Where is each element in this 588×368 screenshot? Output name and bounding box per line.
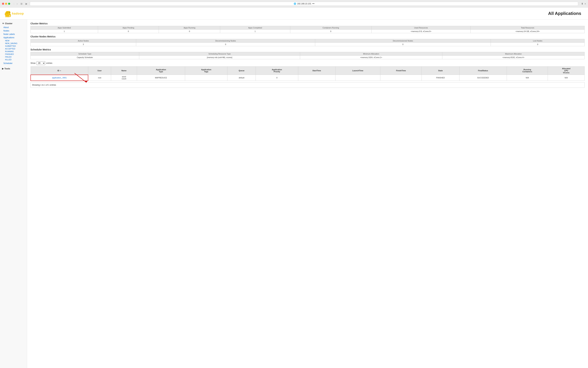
col-maximum-allocation: Maximum Allocation [442, 52, 584, 56]
val-minimum-allocation: <memory:1024, vCores:1> [300, 56, 442, 59]
sidebar-item-node-labels[interactable]: Node Labels [0, 33, 27, 36]
cluster-nodes-metrics-section: Cluster Nodes Metrics Active Nodes Decom… [30, 35, 585, 46]
app-container: hadoop All Applications ▼ Cluster About … [0, 8, 588, 368]
col-apps-completed: Apps Completed [220, 26, 290, 30]
val-active-nodes: 3 [31, 43, 136, 46]
show-entries-control: Show 10 20 25 50 100 entries [30, 61, 585, 65]
val-used-resources: <memory:0 B, vCores:0> [371, 30, 470, 33]
svg-text:hadoop: hadoop [12, 12, 24, 15]
col-apps-running: Apps Running [159, 26, 220, 30]
hadoop-logo: hadoop [3, 9, 25, 18]
cluster-metrics-section: Cluster Metrics Apps Submitted Apps Pend… [30, 22, 585, 33]
col-decommissioning-nodes: Decommissioning Nodes [136, 39, 315, 43]
applications-table: ID ▼ User Name ApplicationType Applicati… [30, 66, 585, 81]
val-apps-completed: 1 [220, 30, 290, 33]
close-button[interactable] [2, 3, 4, 5]
cell-queue: default [227, 75, 256, 81]
val-total-resources: <memory:24 GB, vCores:24> [471, 30, 585, 33]
col-finish-time: FinishTime [380, 66, 422, 75]
cell-finish-time [380, 75, 422, 81]
col-scheduling-resource-type: Scheduling Resource Type [139, 52, 300, 56]
content-area: ▼ Cluster About Nodes Node Labels Applic… [0, 19, 588, 368]
col-start-time: StartTime [298, 66, 335, 75]
main-content: Cluster Metrics Apps Submitted Apps Pend… [27, 19, 588, 368]
cluster-arrow-icon: ▼ [2, 22, 4, 25]
sidebar-item-scheduler[interactable]: Scheduler [0, 62, 27, 65]
application-id-link[interactable]: application_.0001 [52, 77, 67, 79]
col-apps-pending: Apps Pending [98, 26, 159, 30]
table-container: ID ▼ User Name ApplicationType Applicati… [30, 66, 585, 81]
applications-section: Show 10 20 25 50 100 entries [30, 61, 585, 88]
sidebar-item-new-saving[interactable]: NEW_SAVING [0, 42, 27, 45]
col-running-containers: RunningContainers [507, 66, 548, 75]
scheduler-metrics-title: Scheduler Metrics [30, 48, 585, 51]
browser-nav: ‹ › [13, 2, 18, 5]
svg-point-4 [9, 12, 9, 12]
tools-arrow-icon: ▶ [2, 67, 4, 70]
scheduler-metrics-section: Scheduler Metrics Scheduler Type Schedul… [30, 48, 585, 59]
val-decommissioned-nodes: 0 [315, 43, 491, 46]
col-queue: Queue [227, 66, 256, 75]
sidebar-item-accepted[interactable]: ACCEPTED [0, 47, 27, 50]
page-title: All Applications [30, 11, 585, 16]
minimize-button[interactable] [5, 3, 7, 5]
col-decommissioned-nodes: Decommissioned Nodes [315, 39, 491, 43]
cluster-metrics-table: Apps Submitted Apps Pending Apps Running… [30, 26, 585, 33]
share-button[interactable]: ⬆ [581, 2, 583, 5]
entries-select[interactable]: 10 20 25 50 100 [37, 61, 45, 65]
val-apps-submitted: 1 [31, 30, 98, 33]
svg-point-5 [6, 11, 8, 14]
forward-button[interactable]: › [16, 2, 18, 5]
sidebar-item-applications[interactable]: Applications [0, 36, 27, 39]
maximize-button[interactable] [8, 3, 10, 5]
scheduler-metrics-table: Scheduler Type Scheduling Resource Type … [30, 52, 585, 59]
svg-rect-7 [7, 16, 8, 17]
col-user: User [88, 66, 111, 75]
cell-user: root [88, 75, 111, 81]
traffic-lights [2, 3, 10, 5]
sidebar-cluster-section: ▼ Cluster About Nodes Node Labels Applic… [0, 21, 27, 65]
sidebar-item-killed[interactable]: KILLED [0, 58, 27, 61]
col-used-resources: Used Resources [371, 26, 470, 30]
sidebar-item-finished[interactable]: FINISHED [0, 53, 27, 55]
col-application-type: ApplicationType [137, 66, 185, 75]
cluster-metrics-title: Cluster Metrics [30, 22, 585, 25]
val-apps-running: 0 [159, 30, 220, 33]
col-final-status: FinalStatus [459, 66, 507, 75]
sidebar-item-nodes[interactable]: Nodes [0, 29, 27, 33]
svg-rect-6 [5, 16, 6, 17]
sidebar-item-about[interactable]: About [0, 26, 27, 29]
sidebar: ▼ Cluster About Nodes Node Labels Applic… [0, 19, 27, 368]
address-bar[interactable]: 🌐 192.168.10.101 ••• [30, 2, 578, 6]
logo-area: hadoop [3, 9, 30, 18]
col-allocated-cpu: AllocatedCPUVCores [548, 66, 585, 75]
cluster-section-header[interactable]: ▼ Cluster [0, 21, 27, 26]
svg-point-3 [9, 12, 10, 12]
tools-section-header[interactable]: ▶ Tools [0, 66, 27, 71]
sidebar-item-submitted[interactable]: SUBMITTED [0, 45, 27, 47]
svg-rect-8 [8, 16, 9, 17]
col-id[interactable]: ID ▼ [31, 66, 88, 75]
back-button[interactable]: ‹ [13, 2, 15, 5]
col-minimum-allocation: Minimum Allocation [300, 52, 442, 56]
cell-type: MAPREDUCE [137, 75, 185, 81]
sidebar-toggle-button[interactable]: ⊞ [20, 2, 23, 5]
cell-start-time [298, 75, 335, 81]
app-id-suffix: .0001 [62, 77, 67, 79]
val-lost-nodes: 0 [491, 43, 585, 46]
col-active-nodes: Active Nodes [31, 39, 136, 43]
sidebar-item-new[interactable]: NEW [0, 39, 27, 42]
cell-priority: 0 [256, 75, 298, 81]
tools-label: Tools [4, 67, 10, 70]
new-tab-button[interactable]: + [585, 2, 586, 5]
col-scheduler-type: Scheduler Type [31, 52, 139, 56]
top-header: hadoop All Applications [0, 8, 588, 19]
entries-suffix: entries [46, 62, 52, 64]
sidebar-item-running[interactable]: RUNNING [0, 50, 27, 53]
col-launch-time: LaunchTime [335, 66, 380, 75]
url-text: 192.168.10.101 [297, 2, 311, 5]
reader-mode-button[interactable]: ▶ [25, 2, 28, 5]
more-icon: ••• [312, 2, 315, 5]
table-row: application_.0001 root wordcount MAPREDU… [31, 75, 585, 81]
sidebar-item-failed[interactable]: FAILED [0, 55, 27, 58]
